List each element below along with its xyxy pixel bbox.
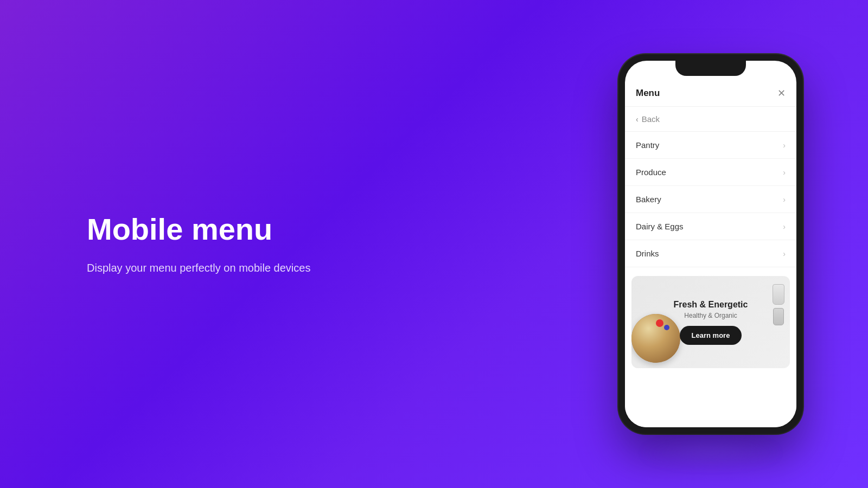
menu-item-produce[interactable]: Produce › [625, 159, 796, 186]
chevron-right-icon: › [783, 222, 786, 231]
page-subtitle: Display your menu perfectly on mobile de… [87, 260, 310, 276]
promo-text-block: Fresh & Energetic Healthy & Organic Lear… [674, 300, 748, 345]
menu-items-list: Pantry › Produce › Bakery › Dairy & [625, 132, 796, 267]
menu-item-label: Produce [636, 168, 666, 177]
promo-title: Fresh & Energetic [674, 300, 748, 310]
chevron-right-icon: › [783, 141, 786, 150]
chevron-right-icon: › [783, 249, 786, 258]
left-content: Mobile menu Display your menu perfectly … [87, 212, 310, 276]
phone-reflection [640, 439, 781, 466]
menu-item-label: Dairy & Eggs [636, 222, 684, 231]
menu-item-label: Bakery [636, 195, 661, 204]
menu-item-dairy-eggs[interactable]: Dairy & Eggs › [625, 213, 796, 240]
page-wrapper: Mobile menu Display your menu perfectly … [0, 0, 868, 488]
menu-title: Menu [636, 88, 660, 99]
promo-card: Fresh & Energetic Healthy & Organic Lear… [631, 276, 790, 368]
pepper-shaker-icon [773, 308, 784, 325]
phone-mockup: Menu ✕ ‹ Back Pantry › [618, 54, 803, 434]
back-label: Back [642, 114, 660, 124]
close-icon[interactable]: ✕ [777, 88, 786, 98]
right-content: Menu ✕ ‹ Back Pantry › [618, 54, 803, 434]
berry-red-decoration [656, 319, 663, 327]
phone-screen: Menu ✕ ‹ Back Pantry › [625, 61, 796, 427]
phone-notch [675, 61, 746, 76]
condiments-decoration [773, 284, 784, 325]
promo-subtitle: Healthy & Organic [674, 312, 748, 319]
back-nav[interactable]: ‹ Back [625, 107, 796, 132]
menu-item-pantry[interactable]: Pantry › [625, 132, 796, 159]
berry-blue-decoration [664, 325, 669, 330]
back-chevron-icon: ‹ [636, 115, 639, 124]
menu-item-drinks[interactable]: Drinks › [625, 240, 796, 267]
menu-item-bakery[interactable]: Bakery › [625, 186, 796, 213]
menu-item-label: Pantry [636, 140, 659, 150]
page-title: Mobile menu [87, 212, 310, 247]
chevron-right-icon: › [783, 195, 786, 204]
learn-more-button[interactable]: Learn more [680, 326, 742, 345]
screen-bottom-area [625, 377, 796, 427]
salt-shaker-icon [773, 284, 784, 305]
menu-header: Menu ✕ [625, 80, 796, 107]
screen-content: Menu ✕ ‹ Back Pantry › [625, 61, 796, 427]
chevron-right-icon: › [783, 168, 786, 177]
menu-item-label: Drinks [636, 249, 659, 258]
